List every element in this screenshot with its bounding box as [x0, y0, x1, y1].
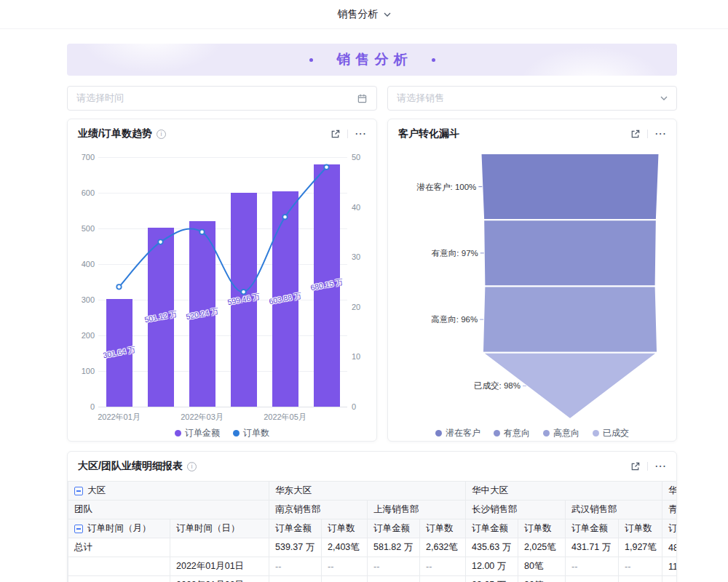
dashboard-selector[interactable]: 销售分析	[338, 8, 391, 21]
legend-item[interactable]: 有意向	[494, 427, 530, 439]
region-group-header: 华北大区	[662, 482, 677, 501]
more-icon[interactable]: ⋯	[355, 128, 366, 140]
table-cell: 12.00 万	[466, 557, 518, 576]
table-cell: 2,403笔	[322, 538, 368, 557]
info-icon[interactable]: i	[157, 129, 166, 139]
cell-content: 团队	[74, 503, 263, 516]
cell-content: 订单数	[625, 522, 656, 535]
team-row-header: 团队	[68, 501, 269, 519]
dashboard-content: 销售分析 请选择时间 请选择销售 业绩/订单数趋势 i	[67, 44, 677, 582]
cell-content: 华北大区	[668, 485, 676, 497]
filter-bar: 请选择时间 请选择销售	[67, 86, 677, 111]
team-group-header: 南京销售部	[269, 501, 368, 519]
card-actions: ⋯	[630, 128, 666, 140]
table-cell: --	[368, 557, 420, 576]
pivot-table: 大区华东大区华中大区华北大区团队南京销售部上海销售部长沙销售部武汉销售部青岛销售…	[68, 481, 676, 582]
export-icon[interactable]	[330, 129, 341, 140]
legend-item[interactable]: 订单金额	[175, 427, 220, 439]
table-row: 2022年01月02日--------23.05 万90笔------	[68, 576, 677, 582]
team-group-header: 武汉销售部	[566, 501, 662, 519]
table-cell: --	[619, 576, 662, 582]
table-cell: --	[368, 576, 420, 582]
pivot-table-scroll-area[interactable]: 大区华东大区华中大区华北大区团队南京销售部上海销售部长沙销售部武汉销售部青岛销售…	[68, 481, 676, 582]
header-label: 团队	[74, 503, 92, 516]
region-header-row: 大区华东大区华中大区华北大区	[68, 482, 677, 501]
cell-content: 订单金额	[373, 522, 414, 535]
sales-dashboard-page: 销售分析 销售分析 请选择时间 请选择销售 业绩	[0, 0, 728, 582]
header-label: 订单金额	[275, 522, 312, 535]
table-cell: 581.82 万	[368, 538, 420, 557]
header-label: 上海销售部	[373, 503, 419, 516]
table-cell: --	[566, 557, 619, 576]
header-label: 订单时间（月）	[87, 522, 151, 535]
pivot-table-card: 大区/团队业绩明细报表 i ⋯ 大区华东大区华中大区华北大区团队南京销售部上海销…	[67, 451, 677, 582]
funnel-stage-1[interactable]	[481, 154, 660, 220]
cell-content: 订单时间（日）	[176, 522, 263, 535]
funnel-card-header: 客户转化漏斗 ⋯	[388, 119, 676, 148]
header-label: 华东大区	[275, 485, 312, 497]
line-point[interactable]	[282, 215, 287, 219]
header-label: 订单数	[625, 522, 652, 535]
order-day-header: 订单时间（日）	[170, 519, 269, 538]
collapse-icon[interactable]	[74, 487, 83, 495]
funnel-card-title: 客户转化漏斗	[398, 127, 459, 140]
header-label: 订单金额	[373, 522, 410, 535]
row-day-cell	[170, 538, 269, 557]
table-cell: 539.37 万	[269, 538, 322, 557]
header-label: 南京销售部	[275, 503, 321, 516]
more-icon[interactable]: ⋯	[654, 128, 666, 140]
header-label: 武汉销售部	[571, 503, 617, 516]
team-header-row: 团队南京销售部上海销售部长沙销售部武汉销售部青岛销售部	[68, 501, 677, 519]
header-label: 订单金额	[668, 522, 676, 535]
table-cell: 1,927笔	[619, 538, 662, 557]
cell-content: 订单金额	[275, 522, 315, 535]
funnel-chart-card: 客户转化漏斗 ⋯ 潜在客户: 100%有意向: 97%高意向: 96%已成交: …	[387, 119, 677, 442]
team-group-header: 上海销售部	[368, 501, 466, 519]
export-icon[interactable]	[630, 129, 641, 140]
legend-item[interactable]: 潜在客户	[435, 427, 480, 439]
legend-dot	[543, 430, 550, 436]
divider	[647, 129, 648, 138]
line-point[interactable]	[324, 165, 328, 170]
line-point[interactable]	[199, 230, 204, 234]
table-card-title: 大区/团队业绩明细报表	[78, 460, 183, 473]
line-point[interactable]	[158, 239, 162, 244]
legend-label: 潜在客户	[446, 427, 480, 439]
legend-item[interactable]: 已成交	[593, 427, 629, 439]
team-group-header: 青岛销售部	[662, 501, 677, 519]
export-icon[interactable]	[630, 461, 641, 472]
funnel-stage-2[interactable]	[483, 220, 657, 286]
table-cell: 11.07	[662, 557, 677, 576]
legend-item[interactable]: 高意向	[543, 427, 579, 439]
more-icon[interactable]: ⋯	[654, 461, 666, 472]
funnel-legend: 潜在客户有意向高意向已成交	[388, 425, 676, 441]
dashboard-title: 销售分析	[338, 8, 379, 21]
legend-item[interactable]: 订单数	[233, 427, 269, 439]
sales-filter[interactable]: 请选择销售	[387, 86, 677, 111]
banner-dot	[432, 58, 435, 62]
metric-header: 订单金额	[466, 519, 518, 538]
table-cell: --	[322, 576, 368, 582]
collapse-icon[interactable]	[74, 525, 83, 533]
header-label: 订单金额	[571, 522, 608, 535]
time-filter[interactable]: 请选择时间	[67, 86, 377, 111]
table-cell: 431.71 万	[566, 538, 619, 557]
chevron-down-icon	[660, 96, 668, 100]
row-month-cell	[68, 557, 170, 576]
info-icon[interactable]: i	[187, 462, 197, 471]
funnel-stage-3[interactable]	[483, 287, 657, 353]
legend-label: 有意向	[504, 427, 530, 439]
banner-title: 销售分析	[332, 50, 413, 69]
table-row: 2022年01月01日--------12.00 万80笔----11.07	[68, 557, 677, 576]
line-point[interactable]	[116, 284, 121, 289]
banner: 销售分析	[67, 44, 677, 76]
legend-label: 订单数	[243, 427, 269, 439]
calendar-icon	[357, 93, 368, 104]
region-group-header: 华中大区	[466, 482, 662, 501]
banner-dot	[309, 58, 313, 62]
table-cell: --	[269, 576, 322, 582]
funnel-stage-label: 潜在客户: 100%	[416, 183, 477, 191]
legend-label: 订单金额	[185, 427, 220, 439]
table-cell: --	[566, 576, 619, 582]
funnel-chart: 潜在客户: 100%有意向: 97%高意向: 96%已成交: 98%	[388, 148, 676, 425]
